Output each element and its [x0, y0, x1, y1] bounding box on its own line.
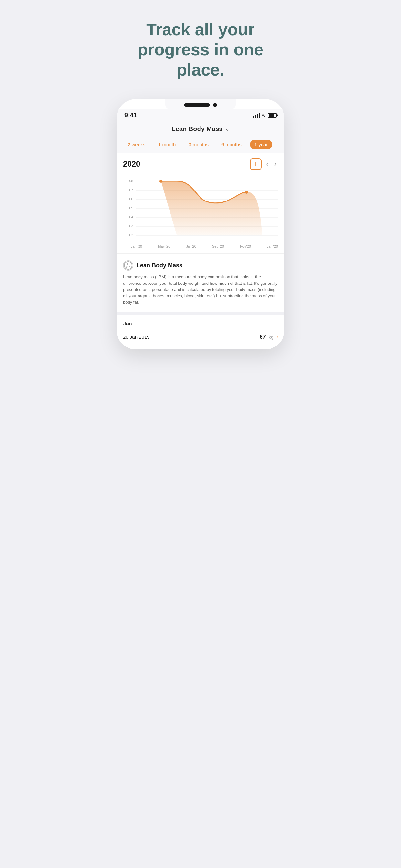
x-label-jan20b: Jan '20 [267, 244, 278, 248]
chart-prev-button[interactable]: ‹ [265, 160, 270, 168]
info-description: Lean body mass (LBM) is a measure of bod… [123, 274, 278, 306]
page-wrapper: Track all your progress in one place. 9:… [100, 0, 301, 349]
data-entry-value-row: 67 kg › [259, 334, 278, 340]
chart-section: 2020 T ‹ › [117, 153, 284, 253]
svg-text:62: 62 [129, 233, 133, 237]
data-entry-date: 20 Jan 2019 [123, 334, 150, 340]
chart-container: 68 67 66 65 64 63 62 [126, 178, 278, 243]
svg-point-15 [245, 190, 248, 194]
chart-header: 2020 T ‹ › [123, 158, 278, 170]
tab-6months[interactable]: 6 months [217, 140, 246, 149]
nav-title: Lean Body Mass [172, 125, 223, 133]
info-section: Lean Body Mass Lean body mass (LBM) is a… [117, 253, 284, 312]
data-entry-chevron-icon[interactable]: › [276, 334, 278, 340]
time-tabs: 2 weeks 1 month 3 months 6 months 1 year [117, 137, 284, 153]
svg-text:66: 66 [129, 197, 133, 201]
svg-text:68: 68 [129, 179, 133, 183]
svg-text:64: 64 [129, 215, 133, 219]
tab-3months[interactable]: 3 months [184, 140, 213, 149]
lean-body-mass-icon [123, 260, 133, 271]
svg-point-14 [159, 180, 163, 183]
svg-point-16 [124, 261, 132, 269]
wifi-icon: ∿ [262, 113, 266, 118]
chart-t-button[interactable]: T [250, 158, 261, 170]
nav-title-row: Lean Body Mass ⌄ [117, 121, 284, 137]
info-title: Lean Body Mass [136, 262, 182, 269]
notch-dot [213, 103, 217, 107]
tab-2weeks[interactable]: 2 weeks [123, 140, 150, 149]
chart-year: 2020 [123, 159, 140, 168]
signal-icon [253, 113, 260, 118]
nav-dropdown-chevron[interactable]: ⌄ [225, 126, 229, 132]
tab-1month[interactable]: 1 month [154, 140, 180, 149]
phone-frame: 9:41 ∿ Lean Body Mass ⌄ [117, 99, 284, 349]
phone-notch [165, 99, 236, 111]
data-entry-value: 67 [259, 334, 266, 340]
info-header: Lean Body Mass [123, 260, 278, 271]
svg-point-17 [127, 263, 129, 265]
tab-1year[interactable]: 1 year [250, 140, 273, 149]
chart-controls: T ‹ › [250, 158, 278, 170]
chart-divider [123, 174, 278, 174]
notch-pill [184, 103, 210, 106]
page-headline: Track all your progress in one place. [137, 20, 264, 80]
chart-x-labels: Jan '20 May '20 Jul '20 Sep '20 Nov'20 J… [123, 243, 278, 248]
svg-text:63: 63 [129, 224, 133, 228]
data-month-label: Jan [123, 321, 278, 327]
x-label-may20: May '20 [158, 244, 170, 248]
phone-content: Lean Body Mass ⌄ 2 weeks 1 month 3 month… [117, 121, 284, 349]
data-entry-row[interactable]: 20 Jan 2019 67 kg › [123, 331, 278, 343]
x-label-nov20: Nov'20 [240, 244, 251, 248]
svg-text:65: 65 [129, 206, 133, 210]
x-label-jan20: Jan '20 [131, 244, 142, 248]
data-entry-unit: kg [269, 334, 274, 340]
chart-next-button[interactable]: › [273, 160, 278, 168]
status-time: 9:41 [124, 112, 137, 119]
battery-icon [268, 113, 277, 118]
x-label-sep20: Sep '20 [212, 244, 224, 248]
svg-text:67: 67 [129, 188, 133, 192]
data-section: Jan 20 Jan 2019 67 kg › [117, 312, 284, 349]
x-label-jul20: Jul '20 [186, 244, 196, 248]
chart-svg: 68 67 66 65 64 63 62 [126, 178, 278, 243]
status-icons: ∿ [253, 113, 277, 118]
